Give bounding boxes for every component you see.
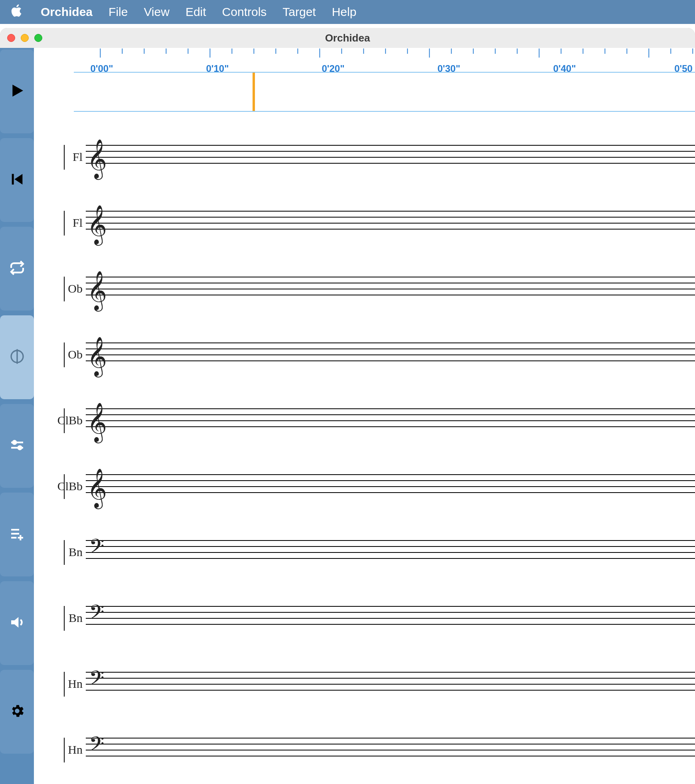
staff-label: Bn [50, 545, 86, 559]
phase-button[interactable] [0, 315, 34, 399]
main-area: 0'00"0'10"0'20"0'30"0'40"0'50 Fl𝄞Fl𝄞Ob𝄞O… [34, 48, 695, 784]
staff-row: Hn𝄢 [50, 651, 695, 717]
staff-label: Ob [50, 282, 86, 295]
mac-menubar: Orchidea File View Edit Controls Target … [0, 0, 695, 24]
menu-app-name[interactable]: Orchidea [41, 5, 93, 19]
menu-target[interactable]: Target [282, 5, 316, 19]
staff-row: Bn𝄢 [50, 585, 695, 651]
staff-label: Ob [50, 348, 86, 361]
staff-label: Fl [50, 150, 86, 164]
staff-lines[interactable] [86, 672, 695, 696]
staff-lines[interactable] [86, 211, 695, 235]
overview-track[interactable] [74, 72, 695, 112]
svg-marker-0 [12, 85, 23, 97]
play-button[interactable] [0, 49, 34, 133]
app-window: Orchidea 0'00"0'10"0'20"0'30"0'40"0'50 F… [0, 28, 695, 784]
play-icon [9, 83, 25, 100]
volume-icon [9, 614, 25, 632]
window-controls [7, 34, 42, 42]
menu-edit[interactable]: Edit [186, 5, 206, 19]
staff-row: ClBb𝄞 [50, 453, 695, 519]
time-ruler[interactable]: 0'00"0'10"0'20"0'30"0'40"0'50 [74, 48, 695, 72]
score-area: Fl𝄞Fl𝄞Ob𝄞Ob𝄞ClBb𝄞ClBb𝄞Bn𝄢Bn𝄢Hn𝄢Hn𝄢 [50, 124, 695, 782]
staff-label: Fl [50, 216, 86, 230]
staff-lines[interactable] [86, 343, 695, 366]
svg-point-8 [18, 446, 21, 449]
menu-view[interactable]: View [144, 5, 169, 19]
sidebar [0, 48, 34, 784]
apple-logo-icon [11, 4, 22, 17]
staff-row: Bn𝄢 [50, 519, 695, 585]
sliders-icon [9, 437, 25, 455]
list-add-icon [9, 526, 25, 543]
rewind-button[interactable] [0, 138, 34, 222]
treble-clef-icon: 𝄞 [86, 462, 108, 510]
staff-lines[interactable] [86, 738, 695, 762]
window-close-button[interactable] [7, 34, 15, 42]
volume-button[interactable] [0, 581, 34, 665]
gear-icon [9, 703, 25, 721]
staff-label: ClBb [50, 414, 86, 427]
treble-clef-icon: 𝄞 [86, 133, 108, 181]
svg-marker-14 [11, 617, 18, 628]
menu-help[interactable]: Help [332, 5, 357, 19]
window-titlebar: Orchidea [0, 28, 695, 48]
staff-row: ClBb𝄞 [50, 387, 695, 453]
svg-point-7 [13, 441, 16, 444]
staff-lines[interactable] [86, 474, 695, 498]
staff-row: Hn𝄢 [50, 717, 695, 782]
skip-back-icon [9, 171, 25, 189]
staff-lines[interactable] [86, 540, 695, 564]
staff-lines[interactable] [86, 606, 695, 630]
bass-clef-icon: 𝄢 [86, 528, 108, 576]
playhead[interactable] [253, 73, 255, 111]
staff-row: Ob𝄞 [50, 255, 695, 321]
bass-clef-icon: 𝄢 [86, 726, 108, 774]
apple-menu-icon[interactable] [11, 4, 22, 20]
staff-row: Fl𝄞 [50, 190, 695, 255]
window-minimize-button[interactable] [21, 34, 29, 42]
staff-lines[interactable] [86, 408, 695, 432]
loop-button[interactable] [0, 227, 34, 311]
treble-clef-icon: 𝄞 [86, 331, 108, 378]
window-zoom-button[interactable] [34, 34, 42, 42]
settings-button[interactable] [0, 670, 34, 754]
staff-lines[interactable] [86, 145, 695, 169]
add-list-button[interactable] [0, 493, 34, 576]
treble-clef-icon: 𝄞 [86, 396, 108, 444]
treble-clef-icon: 𝄞 [86, 199, 108, 247]
treble-clef-icon: 𝄞 [86, 265, 108, 313]
menu-file[interactable]: File [109, 5, 128, 19]
window-title: Orchidea [325, 32, 370, 44]
ruler-ticks [74, 48, 695, 72]
staff-label: Hn [50, 677, 86, 691]
bass-clef-icon: 𝄢 [86, 594, 108, 642]
sliders-button[interactable] [0, 404, 34, 488]
phase-icon [9, 348, 25, 366]
svg-rect-1 [12, 174, 14, 185]
staff-label: Hn [50, 743, 86, 756]
staff-row: Ob𝄞 [50, 321, 695, 387]
menu-controls[interactable]: Controls [222, 5, 267, 19]
loop-icon [9, 260, 25, 277]
staff-label: ClBb [50, 479, 86, 493]
staff-row: Fl𝄞 [50, 124, 695, 190]
bass-clef-icon: 𝄢 [86, 660, 108, 708]
svg-marker-2 [14, 174, 22, 185]
staff-label: Bn [50, 611, 86, 625]
staff-lines[interactable] [86, 277, 695, 301]
